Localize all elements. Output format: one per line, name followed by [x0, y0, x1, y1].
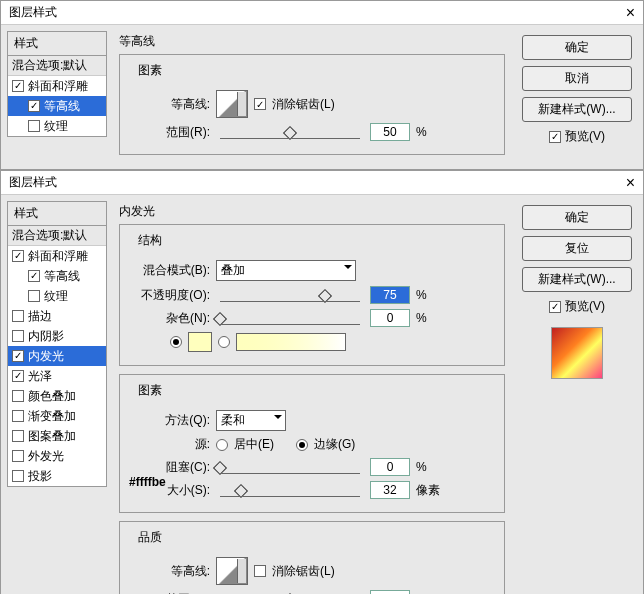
- sidebar-item-contour[interactable]: 等高线: [8, 266, 106, 286]
- px-unit: 像素: [416, 482, 446, 499]
- checkbox-icon[interactable]: [12, 430, 24, 442]
- checkbox-icon[interactable]: [12, 390, 24, 402]
- sidebar-item-bevel[interactable]: 斜面和浮雕: [8, 76, 106, 96]
- method-select[interactable]: 柔和: [216, 410, 286, 431]
- close-icon[interactable]: ×: [626, 174, 635, 192]
- sidebar-list: 混合选项:默认 斜面和浮雕 等高线 纹理 描边 内阴影 内发光 光泽 颜色叠加 …: [7, 225, 107, 487]
- sidebar-item-outer-glow[interactable]: 外发光: [8, 446, 106, 466]
- source-center-radio[interactable]: [216, 439, 228, 451]
- noise-label: 杂色(N):: [130, 310, 210, 327]
- sidebar-title: 样式: [7, 31, 107, 55]
- new-style-button[interactable]: 新建样式(W)...: [522, 267, 632, 292]
- sidebar-title: 样式: [7, 201, 107, 225]
- checkbox-icon[interactable]: [28, 290, 40, 302]
- new-style-button[interactable]: 新建样式(W)...: [522, 97, 632, 122]
- noise-input[interactable]: 0: [370, 309, 410, 327]
- sidebar-item-drop-shadow[interactable]: 投影: [8, 466, 106, 486]
- color-hex-annotation: #ffffbe: [129, 475, 166, 489]
- ok-button[interactable]: 确定: [522, 35, 632, 60]
- sidebar: 样式 混合选项:默认 斜面和浮雕 等高线 纹理 描边 内阴影 内发光 光泽 颜色…: [7, 201, 107, 487]
- sidebar-item-pattern-overlay[interactable]: 图案叠加: [8, 426, 106, 446]
- contour-picker[interactable]: [216, 90, 248, 118]
- sidebar-item-texture[interactable]: 纹理: [8, 116, 106, 136]
- titlebar: 图层样式 ×: [1, 171, 643, 195]
- choke-input[interactable]: 0: [370, 458, 410, 476]
- preview-checkbox[interactable]: [549, 301, 561, 313]
- checkbox-icon[interactable]: [12, 330, 24, 342]
- choke-label: 阻塞(C):: [130, 459, 210, 476]
- layer-style-dialog-1: 图层样式 × 样式 混合选项:默认 斜面和浮雕 等高线 纹理 等高线 图素 等高…: [0, 0, 644, 170]
- group-title: 图素: [134, 62, 166, 79]
- opacity-slider[interactable]: [220, 288, 360, 302]
- ok-button[interactable]: 确定: [522, 205, 632, 230]
- checkbox-icon[interactable]: [12, 350, 24, 362]
- color-radio[interactable]: [170, 336, 182, 348]
- elements-group: 图素 等高线: 消除锯齿(L) 范围(R): 50 %: [119, 54, 505, 155]
- sidebar-item-bevel[interactable]: 斜面和浮雕: [8, 246, 106, 266]
- anti-alias-checkbox[interactable]: [254, 565, 266, 577]
- main-panel: 内发光 结构 混合模式(B): 叠加 不透明度(O): 75 % 杂色(N): …: [113, 201, 511, 594]
- anti-alias-label: 消除锯齿(L): [272, 96, 335, 113]
- preview-label: 预览(V): [565, 298, 605, 315]
- opacity-input[interactable]: 75: [370, 286, 410, 304]
- checkbox-icon[interactable]: [12, 250, 24, 262]
- sidebar-blend-defaults[interactable]: 混合选项:默认: [8, 56, 106, 76]
- color-swatch[interactable]: [188, 332, 212, 352]
- sidebar: 样式 混合选项:默认 斜面和浮雕 等高线 纹理: [7, 31, 107, 137]
- sidebar-blend-defaults[interactable]: 混合选项:默认: [8, 226, 106, 246]
- range-label: 范围(R):: [130, 124, 210, 141]
- range-input[interactable]: 50: [370, 590, 410, 594]
- section-title: 内发光: [113, 201, 511, 222]
- checkbox-icon[interactable]: [28, 120, 40, 132]
- checkbox-icon[interactable]: [12, 310, 24, 322]
- group-title: 品质: [134, 529, 166, 546]
- gradient-swatch[interactable]: [236, 333, 346, 351]
- gradient-radio[interactable]: [218, 336, 230, 348]
- pct-unit: %: [416, 311, 446, 325]
- blend-mode-select[interactable]: 叠加: [216, 260, 356, 281]
- button-column: 确定 复位 新建样式(W)... 预览(V): [517, 201, 637, 379]
- pct-unit: %: [416, 288, 446, 302]
- reset-button[interactable]: 复位: [522, 236, 632, 261]
- checkbox-icon[interactable]: [12, 450, 24, 462]
- structure-group: 结构 混合模式(B): 叠加 不透明度(O): 75 % 杂色(N): 0 %: [119, 224, 505, 366]
- range-slider[interactable]: [220, 125, 360, 139]
- checkbox-icon[interactable]: [12, 470, 24, 482]
- sidebar-item-contour[interactable]: 等高线: [8, 96, 106, 116]
- noise-slider[interactable]: [220, 311, 360, 325]
- size-slider[interactable]: [220, 483, 360, 497]
- method-label: 方法(Q):: [130, 412, 210, 429]
- source-label: 源:: [130, 436, 210, 453]
- dialog-title: 图层样式: [9, 4, 57, 21]
- sidebar-item-texture[interactable]: 纹理: [8, 286, 106, 306]
- preview-thumbnail: [551, 327, 603, 379]
- close-icon[interactable]: ×: [626, 4, 635, 22]
- preview-checkbox[interactable]: [549, 131, 561, 143]
- sidebar-item-stroke[interactable]: 描边: [8, 306, 106, 326]
- anti-alias-checkbox[interactable]: [254, 98, 266, 110]
- sidebar-item-gradient-overlay[interactable]: 渐变叠加: [8, 406, 106, 426]
- elements-group: 图素 方法(Q): 柔和 源: 居中(E) 边缘(G) 阻塞(C): 0: [119, 374, 505, 513]
- sidebar-list: 混合选项:默认 斜面和浮雕 等高线 纹理: [7, 55, 107, 137]
- checkbox-icon[interactable]: [12, 370, 24, 382]
- checkbox-icon[interactable]: [28, 270, 40, 282]
- contour-label: 等高线:: [130, 563, 210, 580]
- quality-group: 品质 等高线: 消除锯齿(L) 范围(R): 50 % 抖动(J): 0: [119, 521, 505, 594]
- choke-slider[interactable]: [220, 460, 360, 474]
- range-input[interactable]: 50: [370, 123, 410, 141]
- sidebar-item-color-overlay[interactable]: 颜色叠加: [8, 386, 106, 406]
- size-input[interactable]: 32: [370, 481, 410, 499]
- sidebar-item-inner-glow[interactable]: 内发光: [8, 346, 106, 366]
- layer-style-dialog-2: 图层样式 × #ffffbe 样式 混合选项:默认 斜面和浮雕 等高线 纹理 描…: [0, 170, 644, 594]
- blend-mode-label: 混合模式(B):: [130, 262, 210, 279]
- checkbox-icon[interactable]: [12, 80, 24, 92]
- sidebar-item-inner-shadow[interactable]: 内阴影: [8, 326, 106, 346]
- button-column: 确定 取消 新建样式(W)... 预览(V): [517, 31, 637, 145]
- checkbox-icon[interactable]: [12, 410, 24, 422]
- checkbox-icon[interactable]: [28, 100, 40, 112]
- contour-picker[interactable]: [216, 557, 248, 585]
- source-edge-radio[interactable]: [296, 439, 308, 451]
- cancel-button[interactable]: 取消: [522, 66, 632, 91]
- main-panel: 等高线 图素 等高线: 消除锯齿(L) 范围(R): 50 %: [113, 31, 511, 163]
- sidebar-item-satin[interactable]: 光泽: [8, 366, 106, 386]
